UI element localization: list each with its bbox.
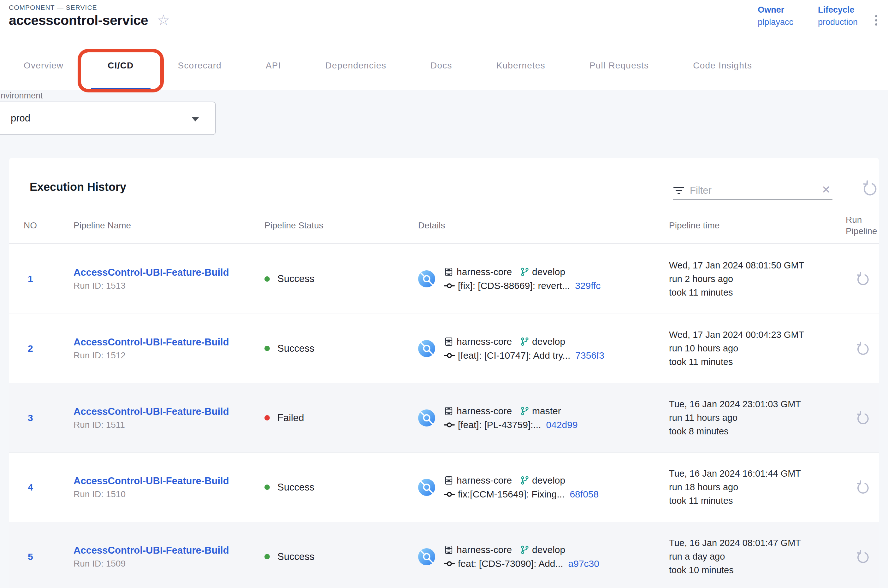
run-pipeline-icon[interactable] xyxy=(855,411,869,425)
tab-dependencies[interactable]: Dependencies xyxy=(308,41,404,90)
time-duration: took 11 minutes xyxy=(669,494,846,507)
pipeline-name-link[interactable]: AccessControl-UBI-Feature-Build xyxy=(74,337,264,348)
run-pipeline-cell xyxy=(846,550,879,564)
status-text: Failed xyxy=(277,412,304,424)
run-pipeline-icon[interactable] xyxy=(855,480,869,494)
tab-ci-cd[interactable]: CI/CD xyxy=(90,41,151,90)
pipeline-name-link[interactable]: AccessControl-UBI-Feature-Build xyxy=(74,267,264,278)
run-pipeline-icon[interactable] xyxy=(855,342,869,356)
status-dot xyxy=(264,415,270,420)
favorite-star-icon[interactable]: ☆ xyxy=(157,13,170,27)
environment-label: nvironment xyxy=(1,91,43,100)
tab-label: Overview xyxy=(24,61,63,70)
header-meta: Owner plplayacc Lifecycle production xyxy=(758,5,858,27)
pipeline-status-cell: Success xyxy=(264,551,418,562)
tab-label: API xyxy=(266,61,281,70)
status-dot xyxy=(264,554,270,559)
branch-name: develop xyxy=(532,336,565,347)
tab-scorecard[interactable]: Scorecard xyxy=(161,41,239,90)
column-header-pipeline-name: Pipeline Name xyxy=(74,220,264,231)
repository-icon xyxy=(444,545,454,555)
status-dot xyxy=(264,484,270,490)
execution-history-card: Execution History ✕ NOPipeline NamePipel… xyxy=(9,158,879,588)
filter-icon xyxy=(673,187,685,194)
table-body: 1 AccessControl-UBI-Feature-Build Run ID… xyxy=(9,244,879,588)
git-commit-icon xyxy=(444,282,455,290)
repository-icon xyxy=(444,406,454,416)
status-text: Success xyxy=(277,343,314,354)
table-row: 3 AccessControl-UBI-Feature-Build Run ID… xyxy=(9,383,879,452)
table-row: 5 AccessControl-UBI-Feature-Build Run ID… xyxy=(9,522,879,588)
run-id-text: Run ID: 1513 xyxy=(74,281,264,291)
run-pipeline-icon[interactable] xyxy=(855,272,869,286)
pipeline-name-cell: AccessControl-UBI-Feature-Build Run ID: … xyxy=(74,406,264,430)
run-pipeline-cell xyxy=(846,272,879,286)
more-options-kebab-icon[interactable] xyxy=(873,13,879,27)
owner-value-link[interactable]: plplayacc xyxy=(758,17,793,27)
commit-hash-link[interactable]: 68f058 xyxy=(569,489,599,500)
time-gmt: Tue, 16 Jan 2024 16:01:44 GMT xyxy=(669,467,846,480)
commit-hash-link[interactable]: 329ffc xyxy=(575,280,601,291)
pipeline-name-link[interactable]: AccessControl-UBI-Feature-Build xyxy=(74,476,264,487)
chevron-down-icon xyxy=(192,117,199,122)
tab-label: Docs xyxy=(430,61,452,70)
repository-name: harness-core xyxy=(457,267,512,277)
branch-name: develop xyxy=(532,475,565,486)
git-commit-icon xyxy=(444,352,455,359)
status-text: Success xyxy=(277,482,314,493)
refresh-icon[interactable] xyxy=(861,180,877,196)
tab-docs[interactable]: Docs xyxy=(413,41,470,90)
tab-bar: OverviewCI/CDScorecardAPIDependenciesDoc… xyxy=(0,41,888,90)
commit-message: [feat]: [CI-10747]: Add try... xyxy=(458,350,570,361)
run-pipeline-cell xyxy=(846,480,879,494)
time-relative: run 11 hours ago xyxy=(669,411,846,424)
table-row: 2 AccessControl-UBI-Feature-Build Run ID… xyxy=(9,314,879,383)
run-pipeline-icon[interactable] xyxy=(855,550,869,564)
run-id-text: Run ID: 1512 xyxy=(74,351,264,360)
table-header: NOPipeline NamePipeline StatusDetailsPip… xyxy=(9,208,879,243)
pipeline-status-cell: Failed xyxy=(264,412,418,424)
tab-api[interactable]: API xyxy=(248,41,299,90)
branch-name: master xyxy=(532,406,561,416)
owner-block: Owner plplayacc xyxy=(758,5,793,27)
active-tab-underline xyxy=(91,88,150,90)
clear-filter-icon[interactable]: ✕ xyxy=(822,184,833,197)
commit-hash-link[interactable]: a97c30 xyxy=(568,558,599,569)
card-title: Execution History xyxy=(30,180,126,194)
pipeline-time-cell: Wed, 17 Jan 2024 00:04:23 GMT run 10 hou… xyxy=(669,328,846,369)
pipeline-name-cell: AccessControl-UBI-Feature-Build Run ID: … xyxy=(74,545,264,569)
time-relative: run 18 hours ago xyxy=(669,480,846,494)
branch-name: develop xyxy=(532,544,565,555)
environment-select[interactable]: prod xyxy=(0,102,216,135)
status-dot xyxy=(264,346,270,351)
tab-label: Kubernetes xyxy=(496,61,545,70)
commit-hash-link[interactable]: 7356f3 xyxy=(575,350,604,361)
pipeline-name-link[interactable]: AccessControl-UBI-Feature-Build xyxy=(74,406,264,417)
commit-hash-link[interactable]: 042d99 xyxy=(546,420,578,430)
harness-ci-module-icon xyxy=(418,479,435,496)
details-cell: harness-core master [feat]: [PL-43759]:.… xyxy=(418,406,669,430)
tab-label: Dependencies xyxy=(325,61,386,70)
tab-label: Scorecard xyxy=(178,61,221,70)
git-branch-icon xyxy=(520,337,529,346)
tab-code-insights[interactable]: Code Insights xyxy=(676,41,769,90)
pipeline-time-cell: Tue, 16 Jan 2024 23:01:03 GMT run 11 hou… xyxy=(669,398,846,438)
tab-pull-requests[interactable]: Pull Requests xyxy=(572,41,666,90)
time-relative: run a day ago xyxy=(669,550,846,563)
details-cell: harness-core develop [fix]: [CDS-88669]:… xyxy=(418,267,669,291)
time-gmt: Tue, 16 Jan 2024 08:01:47 GMT xyxy=(669,536,846,550)
page-header: COMPONENT — SERVICE accesscontrol-servic… xyxy=(0,0,888,41)
commit-message: feat: [CDS-73090]: Add... xyxy=(458,558,563,569)
time-relative: run 10 hours ago xyxy=(669,342,846,355)
repository-icon xyxy=(444,476,454,485)
filter-input[interactable] xyxy=(690,185,817,196)
harness-ci-module-icon xyxy=(418,548,435,565)
run-pipeline-cell xyxy=(846,342,879,356)
tab-kubernetes[interactable]: Kubernetes xyxy=(479,41,563,90)
repository-name: harness-core xyxy=(457,475,512,486)
time-duration: took 11 minutes xyxy=(669,286,846,299)
column-header-run-pipeline: Run Pipeline xyxy=(846,214,883,237)
git-branch-icon xyxy=(520,406,529,416)
pipeline-name-link[interactable]: AccessControl-UBI-Feature-Build xyxy=(74,545,264,556)
tab-overview[interactable]: Overview xyxy=(6,41,81,90)
